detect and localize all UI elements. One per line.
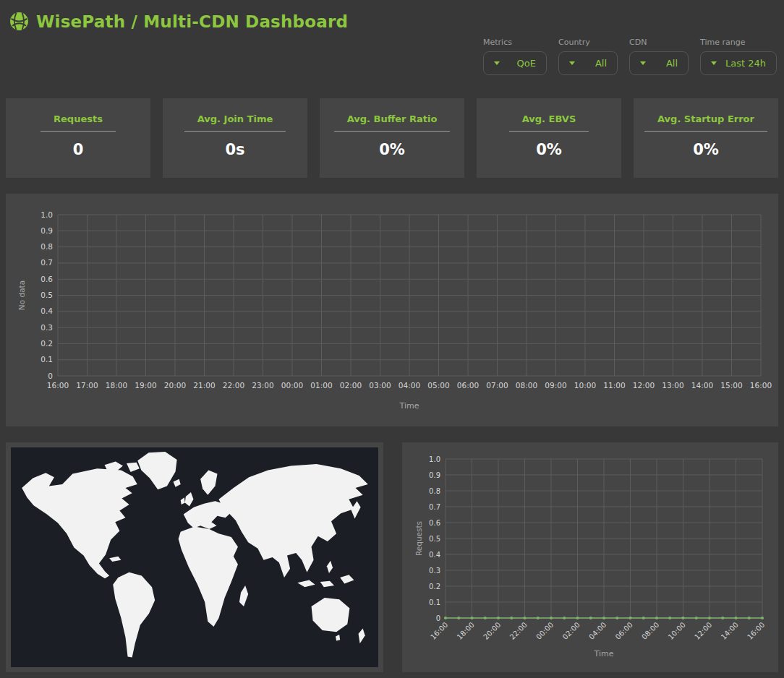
kpi-title: Avg. Startup Error [644, 113, 767, 132]
svg-text:16:00: 16:00 [47, 381, 69, 390]
svg-text:08:00: 08:00 [516, 381, 537, 390]
svg-text:11:00: 11:00 [603, 381, 625, 390]
svg-text:0.9: 0.9 [429, 471, 440, 479]
filter-bar: Metrics QoE Country All CDN All Time ran… [483, 38, 777, 75]
header: WisePath / Multi-CDN Dashboard Metrics Q… [0, 0, 784, 82]
metrics-dropdown[interactable]: QoE [483, 51, 547, 75]
chevron-down-icon [640, 61, 646, 65]
svg-text:07:00: 07:00 [486, 381, 508, 390]
chevron-down-icon [494, 61, 500, 65]
svg-text:09:00: 09:00 [545, 381, 566, 390]
svg-text:16:00: 16:00 [746, 621, 766, 641]
svg-text:22:00: 22:00 [223, 381, 244, 390]
svg-text:10:00: 10:00 [667, 621, 687, 641]
svg-text:21:00: 21:00 [193, 381, 215, 390]
svg-text:20:00: 20:00 [164, 381, 186, 390]
bottom-row: 1.00.90.80.70.60.50.40.30.20.1016:0018:0… [6, 442, 778, 672]
app-logo-icon [9, 12, 29, 31]
kpi-title: Avg. Join Time [184, 113, 286, 132]
kpi-row: Requests 0 Avg. Join Time 0s Avg. Buffer… [6, 98, 778, 178]
svg-text:0.2: 0.2 [429, 583, 440, 591]
country-dropdown[interactable]: All [558, 51, 618, 75]
filter-time-range-label: Time range [700, 38, 777, 47]
requests-timeseries-chart[interactable]: 1.00.90.80.70.60.50.40.30.20.1016:0018:0… [402, 442, 778, 672]
svg-text:14:00: 14:00 [720, 621, 740, 641]
kpi-title: Requests [41, 113, 116, 132]
svg-text:Time: Time [399, 401, 419, 411]
filter-time-range: Time range Last 24h [700, 38, 777, 75]
svg-text:13:00: 13:00 [662, 381, 683, 390]
chevron-down-icon [711, 61, 717, 65]
svg-text:10:00: 10:00 [574, 381, 596, 390]
svg-text:18:00: 18:00 [456, 621, 476, 641]
metrics-dropdown-value: QoE [517, 58, 536, 69]
cdn-dropdown[interactable]: All [629, 51, 689, 75]
filter-cdn-label: CDN [629, 38, 689, 47]
filter-country: Country All [558, 38, 618, 75]
page-title: WisePath / Multi-CDN Dashboard [36, 12, 348, 31]
svg-text:04:00: 04:00 [399, 381, 420, 390]
svg-text:01:00: 01:00 [310, 381, 332, 390]
svg-text:16:00: 16:00 [750, 381, 772, 390]
world-map[interactable] [11, 447, 378, 667]
kpi-title: Avg. Buffer Ratio [334, 113, 451, 132]
svg-text:20:00: 20:00 [482, 621, 502, 641]
filter-country-label: Country [558, 38, 618, 47]
time-range-dropdown-value: Last 24h [725, 58, 766, 69]
kpi-value: 0% [634, 141, 778, 158]
qoe-chart-panel: 1.00.90.80.70.60.50.40.30.20.1016:0017:0… [6, 194, 778, 426]
svg-text:0.6: 0.6 [429, 519, 440, 527]
kpi-value: 0s [163, 141, 307, 158]
svg-text:0.4: 0.4 [429, 551, 440, 559]
svg-text:1.0: 1.0 [41, 210, 53, 219]
qoe-timeseries-chart[interactable]: 1.00.90.80.70.60.50.40.30.20.1016:0017:0… [6, 194, 778, 426]
filter-metrics: Metrics QoE [483, 38, 547, 75]
svg-text:17:00: 17:00 [76, 381, 98, 390]
kpi-title: Avg. EBVS [509, 113, 589, 132]
svg-text:0.3: 0.3 [41, 323, 53, 332]
svg-text:18:00: 18:00 [106, 381, 127, 390]
brand: WisePath / Multi-CDN Dashboard [0, 0, 784, 31]
kpi-card-avg-buffer-ratio: Avg. Buffer Ratio 0% [320, 98, 464, 178]
svg-text:04:00: 04:00 [587, 621, 608, 641]
svg-text:0.8: 0.8 [41, 242, 53, 251]
svg-text:12:00: 12:00 [633, 381, 655, 390]
svg-text:02:00: 02:00 [340, 381, 362, 390]
svg-text:0.1: 0.1 [41, 355, 53, 364]
kpi-value: 0 [6, 141, 150, 158]
kpi-card-requests: Requests 0 [6, 98, 150, 178]
svg-text:0.7: 0.7 [41, 258, 53, 267]
svg-text:06:00: 06:00 [457, 381, 479, 390]
filter-cdn: CDN All [629, 38, 689, 75]
world-map-panel [6, 442, 383, 672]
svg-text:00:00: 00:00 [534, 621, 555, 641]
svg-text:05:00: 05:00 [427, 381, 449, 390]
svg-text:1.0: 1.0 [429, 455, 440, 463]
svg-text:0.7: 0.7 [429, 503, 440, 511]
svg-text:03:00: 03:00 [369, 381, 391, 390]
svg-text:0.5: 0.5 [429, 535, 440, 543]
svg-text:02:00: 02:00 [561, 621, 581, 641]
svg-text:0.1: 0.1 [429, 598, 440, 606]
svg-text:23:00: 23:00 [252, 381, 273, 390]
requests-chart-panel: 1.00.90.80.70.60.50.40.30.20.1016:0018:0… [402, 442, 778, 672]
filter-metrics-label: Metrics [483, 38, 547, 47]
svg-text:06:00: 06:00 [614, 621, 634, 641]
svg-text:0.5: 0.5 [41, 291, 53, 299]
svg-text:0.3: 0.3 [429, 567, 440, 575]
kpi-card-avg-join-time: Avg. Join Time 0s [163, 98, 307, 178]
kpi-value: 0% [477, 141, 621, 158]
svg-text:0.8: 0.8 [429, 487, 440, 495]
svg-text:16:00: 16:00 [429, 621, 449, 641]
svg-text:Requests: Requests [414, 521, 423, 556]
svg-text:00:00: 00:00 [281, 381, 303, 390]
svg-text:0.4: 0.4 [41, 306, 53, 315]
svg-text:0.6: 0.6 [41, 275, 53, 283]
svg-text:No data: No data [17, 280, 26, 310]
svg-text:19:00: 19:00 [135, 381, 156, 390]
svg-text:15:00: 15:00 [720, 381, 742, 390]
time-range-dropdown[interactable]: Last 24h [700, 51, 777, 75]
svg-text:14:00: 14:00 [691, 381, 713, 390]
cdn-dropdown-value: All [666, 58, 678, 69]
kpi-value: 0% [320, 141, 464, 158]
